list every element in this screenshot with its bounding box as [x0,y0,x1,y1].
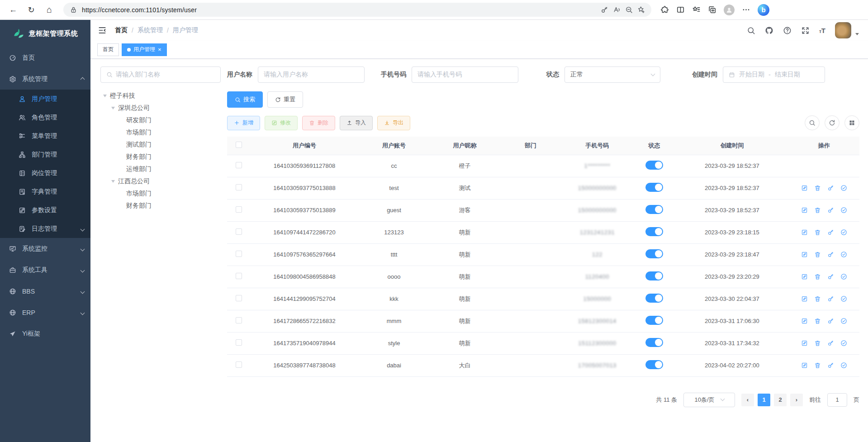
status-select[interactable]: 正常 [564,67,660,83]
tree-node-测试部门[interactable]: 测试部门 [100,138,221,151]
browser-home-button[interactable]: ⌂ [43,3,56,17]
sidebar-item-系统监控[interactable]: 系统监控 [0,238,90,259]
extensions-icon[interactable] [660,5,669,14]
copilot-icon[interactable]: b [758,4,769,16]
user-avatar[interactable] [835,22,851,38]
font-size-icon[interactable]: тT [819,27,825,34]
delete-icon[interactable] [814,185,821,191]
row-checkbox[interactable] [236,228,242,235]
assign-role-icon[interactable] [840,295,847,302]
show-search-toggle-button[interactable] [805,115,820,130]
edit-icon[interactable] [801,273,808,280]
status-toggle[interactable] [645,161,663,170]
reset-password-icon[interactable] [827,318,834,324]
next-page-button[interactable]: › [790,394,803,406]
collections-icon[interactable] [708,5,716,14]
status-toggle[interactable] [645,294,663,303]
browser-profile-avatar[interactable] [724,5,735,15]
row-checkbox[interactable] [236,184,242,190]
导入-button[interactable]: 导入 [340,116,373,130]
tree-node-市场部门[interactable]: 市场部门 [100,126,221,138]
tab-close-icon[interactable]: × [158,47,161,52]
tree-node-市场部门[interactable]: 市场部门 [100,187,221,200]
delete-icon[interactable] [814,251,821,258]
tree-node-运维部门[interactable]: 运维部门 [100,163,221,175]
edit-icon[interactable] [801,207,808,214]
tree-node-橙子科技[interactable]: 橙子科技 [100,90,221,102]
删除-button[interactable]: 删除 [302,116,335,130]
status-toggle[interactable] [645,227,663,236]
read-aloud-icon[interactable] [613,6,621,14]
修改-button[interactable]: 修改 [265,116,298,130]
sidebar-item-角色管理[interactable]: 角色管理 [0,108,90,127]
page-button-2[interactable]: 2 [774,394,787,406]
zoom-out-icon[interactable] [625,6,633,14]
delete-icon[interactable] [814,229,821,236]
edit-icon[interactable] [801,185,808,191]
favorites-icon[interactable] [692,5,701,14]
goto-page-input[interactable] [827,393,847,407]
row-checkbox[interactable] [236,317,242,323]
row-checkbox[interactable] [236,273,242,279]
username-input[interactable]: 请输入用户名称 [258,67,365,83]
dept-search-input[interactable]: 请输入部门名称 [100,67,221,83]
delete-icon[interactable] [814,340,821,347]
reset-password-icon[interactable] [827,229,834,236]
edit-icon[interactable] [801,251,808,258]
sidebar-item-Yi框架[interactable]: Yi框架 [0,323,90,344]
browser-back-button[interactable]: ← [6,3,20,17]
date-range-picker[interactable]: 开始日期 - 结束日期 [723,67,825,83]
reset-password-icon[interactable] [827,273,834,280]
tree-node-研发部门[interactable]: 研发部门 [100,114,221,126]
delete-icon[interactable] [814,207,821,214]
status-toggle[interactable] [645,249,663,258]
phone-input[interactable]: 请输入手机号码 [412,67,518,83]
delete-icon[interactable] [814,273,821,280]
column-settings-button[interactable] [844,115,859,130]
row-checkbox[interactable] [236,295,242,301]
assign-role-icon[interactable] [840,207,847,214]
sidebar-item-岗位管理[interactable]: 岗位管理 [0,164,90,182]
reset-password-icon[interactable] [827,295,834,302]
sidebar-item-系统管理[interactable]: 系统管理 [0,68,90,90]
status-toggle[interactable] [645,271,663,280]
add-favorite-icon[interactable] [637,6,645,14]
header-search-icon[interactable] [747,26,755,35]
新增-button[interactable]: 新增 [227,116,260,130]
breadcrumb-system[interactable]: 系统管理 [138,26,163,34]
status-toggle[interactable] [645,338,663,347]
url-text[interactable]: https://ccnetcore.com:1101/system/user [82,6,596,14]
github-icon[interactable] [765,26,773,35]
split-screen-icon[interactable] [676,5,685,14]
sidebar-item-参数设置[interactable]: 参数设置 [0,201,90,219]
reset-password-icon[interactable] [827,207,834,214]
fullscreen-icon[interactable] [801,26,810,35]
sidebar-item-字典管理[interactable]: 字典管理 [0,182,90,201]
browser-more-icon[interactable] [742,5,750,14]
row-checkbox[interactable] [236,162,242,168]
status-toggle[interactable] [645,183,663,192]
sidebar-item-系统工具[interactable]: 系统工具 [0,259,90,280]
reset-password-icon[interactable] [827,340,834,347]
status-toggle[interactable] [645,360,663,369]
tab-用户管理[interactable]: 用户管理× [122,43,167,56]
password-key-icon[interactable] [601,6,608,14]
assign-role-icon[interactable] [840,185,847,191]
sidebar-item-日志管理[interactable]: 日志管理 [0,219,90,238]
delete-icon[interactable] [814,362,821,369]
assign-role-icon[interactable] [840,273,847,280]
breadcrumb-home[interactable]: 首页 [115,26,128,34]
导出-button[interactable]: 导出 [377,116,410,130]
sidebar-item-菜单管理[interactable]: 菜单管理 [0,127,90,145]
tree-node-财务部门[interactable]: 财务部门 [100,200,221,212]
reset-button[interactable]: 重置 [267,91,303,108]
row-checkbox[interactable] [236,251,242,257]
browser-refresh-button[interactable]: ↻ [24,3,38,17]
sidebar-item-ERP[interactable]: ERP [0,302,90,323]
tree-node-财务部门[interactable]: 财务部门 [100,151,221,163]
assign-role-icon[interactable] [840,362,847,369]
edit-icon[interactable] [801,362,808,369]
app-logo[interactable]: 意框架管理系统 [0,20,90,47]
sidebar-item-首页[interactable]: 首页 [0,47,90,68]
edit-icon[interactable] [801,229,808,236]
